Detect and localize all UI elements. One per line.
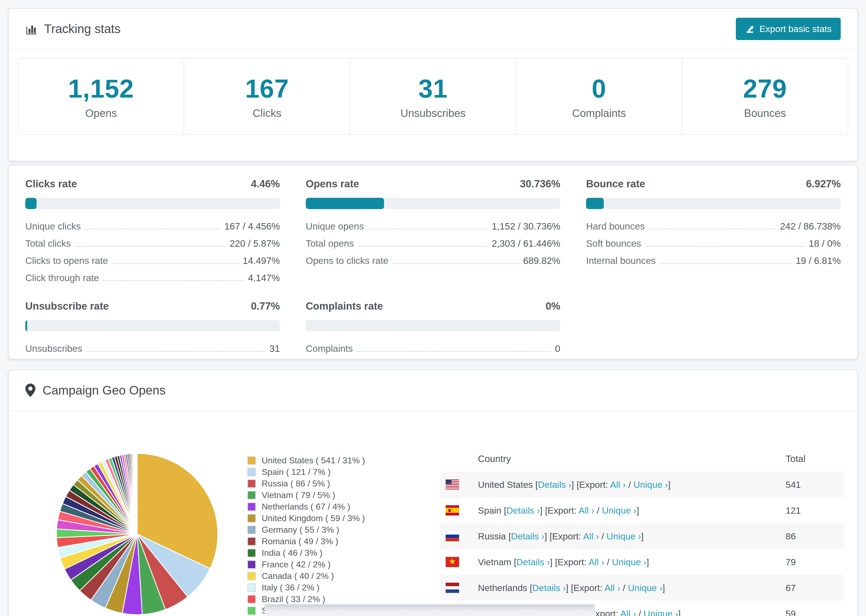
- legend-swatch: [247, 537, 256, 545]
- tracking-stats-card: Tracking stats Export basic stats 1,152 …: [8, 8, 858, 161]
- horizontal-scrollbar[interactable]: [265, 605, 594, 616]
- legend-swatch: [247, 526, 256, 534]
- legend-item: United States ( 541 / 31% ): [247, 456, 365, 465]
- legend-item: Vietnam ( 79 / 5% ): [247, 491, 365, 499]
- export-icon: [745, 24, 755, 34]
- stat-clicks-value: 167: [245, 74, 289, 104]
- total-cell: 67: [786, 583, 844, 593]
- legend-swatch: [247, 514, 256, 522]
- geo-title: Campaign Geo Opens: [43, 383, 166, 398]
- rate-row: Clicks to opens rate14.497%: [25, 255, 280, 266]
- details-link[interactable]: Details ›: [511, 531, 545, 541]
- unsubscribe-rate-progressbar: [25, 320, 280, 332]
- export-unique-link[interactable]: Unique ›: [606, 531, 641, 541]
- legend-item: Germany ( 55 / 3% ): [247, 525, 365, 534]
- united-states-flag-icon: [446, 479, 459, 490]
- clicks-rate-title: Clicks rate: [25, 178, 77, 190]
- legend-swatch: [247, 572, 256, 580]
- bar-chart-icon: [25, 23, 37, 35]
- total-cell: 59: [786, 608, 844, 616]
- opens-rate-value: 30.736%: [520, 178, 560, 190]
- rate-row: Total opens2,303 / 61.446%: [306, 238, 561, 249]
- clicks-rate-value: 4.46%: [251, 178, 280, 190]
- legend-item: France ( 42 / 2% ): [247, 560, 365, 569]
- export-all-link[interactable]: All ›: [620, 608, 636, 616]
- legend-item: Netherlands ( 67 / 4% ): [247, 502, 365, 511]
- details-link[interactable]: Details ›: [506, 505, 540, 515]
- export-unique-link[interactable]: Unique ›: [628, 583, 663, 593]
- total-cell: 541: [786, 479, 844, 490]
- legend-item: United Kingdom ( 59 / 3% ): [247, 514, 365, 522]
- rate-row: Unique opens1,152 / 30.736%: [306, 221, 561, 232]
- export-unique-link[interactable]: Unique ›: [602, 505, 636, 515]
- geo-header: Campaign Geo Opens: [9, 370, 857, 411]
- export-basic-stats-button[interactable]: Export basic stats: [736, 18, 841, 40]
- table-row-russia: Russia [Details ›] [Export: All › / Uniq…: [440, 523, 844, 549]
- geo-title-wrap: Campaign Geo Opens: [25, 383, 166, 398]
- tracking-stats-header: Tracking stats Export basic stats: [9, 9, 857, 49]
- legend-item: Brazil ( 33 / 2% ): [247, 595, 365, 603]
- export-unique-link[interactable]: Unique ›: [633, 479, 668, 490]
- legend-swatch: [247, 560, 256, 569]
- tracking-stats-title: Tracking stats: [25, 22, 121, 36]
- total-column-header: Total: [786, 453, 844, 464]
- details-link[interactable]: Details ›: [532, 583, 566, 593]
- map-pin-icon: [25, 383, 36, 397]
- complaints-rate-title: Complaints rate: [306, 300, 383, 312]
- bounce-rate-progressbar: [586, 198, 841, 209]
- rate-row: Unique clicks167 / 4.456%: [25, 221, 280, 232]
- rate-row: Unsubscribes31: [25, 343, 280, 354]
- rate-row: Complaints0: [306, 343, 561, 354]
- netherlands-flag-icon: [446, 583, 459, 593]
- stat-clicks: 167 Clicks: [184, 58, 350, 134]
- export-all-link[interactable]: All ›: [578, 505, 594, 515]
- bounce-rate-title: Bounce rate: [586, 178, 645, 190]
- legend-item: Canada ( 40 / 2% ): [247, 572, 365, 580]
- spain-flag-icon: [446, 505, 459, 515]
- geo-body: United States ( 541 / 31% ) Spain ( 121 …: [9, 411, 857, 616]
- stat-complaints: 0 Complaints: [516, 58, 682, 134]
- legend-item: Italy ( 36 / 2% ): [247, 583, 365, 592]
- pie-legend: United States ( 541 / 31% ) Spain ( 121 …: [247, 456, 365, 615]
- page-title: Tracking stats: [44, 22, 121, 36]
- legend-item: Russia ( 86 / 5% ): [247, 479, 365, 488]
- rate-row: Internal bounces19 / 6.81%: [586, 255, 841, 266]
- bounce-rate-value: 6.927%: [806, 178, 841, 190]
- rate-row: Click through rate4.147%: [25, 272, 280, 283]
- legend-swatch: [247, 607, 256, 615]
- details-link[interactable]: Details ›: [516, 557, 550, 567]
- stat-unsubscribes: 31 Unsubscribes: [350, 58, 516, 134]
- opens-rate-block: Opens rate 30.736% Unique opens1,152 / 3…: [306, 178, 561, 266]
- summary-stats-row: 1,152 Opens 167 Clicks 31 Unsubscribes 0…: [18, 58, 848, 135]
- legend-item: India ( 46 / 3% ): [247, 548, 365, 557]
- stat-bounces: 279 Bounces: [682, 58, 848, 134]
- geo-opens-pie-chart[interactable]: [54, 451, 220, 616]
- stat-opens: 1,152 Opens: [18, 58, 184, 134]
- rates-card: Clicks rate 4.46% Unique clicks167 / 4.4…: [8, 165, 858, 359]
- export-all-link[interactable]: All ›: [605, 583, 620, 593]
- legend-swatch: [247, 491, 256, 499]
- export-all-link[interactable]: All ›: [583, 531, 599, 541]
- stat-clicks-label: Clicks: [252, 107, 281, 119]
- campaign-geo-opens-card: Campaign Geo Opens United States ( 541 /…: [8, 369, 858, 616]
- total-cell: 121: [786, 505, 844, 516]
- rate-row: Soft bounces18 / 0%: [586, 238, 841, 249]
- export-unique-link[interactable]: Unique ›: [644, 608, 678, 616]
- export-all-link[interactable]: All ›: [610, 479, 626, 490]
- complaints-rate-value: 0%: [545, 300, 560, 312]
- rate-row: Total clicks220 / 5.87%: [25, 238, 280, 249]
- export-all-link[interactable]: All ›: [589, 557, 604, 567]
- vietnam-flag-icon: [446, 557, 459, 567]
- export-unique-link[interactable]: Unique ›: [612, 557, 647, 567]
- opens-rate-title: Opens rate: [306, 178, 359, 190]
- total-cell: 79: [786, 557, 844, 567]
- table-row-netherlands: Netherlands [Details ›] [Export: All › /…: [440, 575, 844, 601]
- rates-grid: Clicks rate 4.46% Unique clicks167 / 4.4…: [9, 165, 857, 365]
- legend-swatch: [247, 468, 256, 476]
- stat-opens-value: 1,152: [68, 74, 134, 104]
- details-link[interactable]: Details ›: [538, 479, 572, 490]
- table-row-united-states: United States [Details ›] [Export: All ›…: [440, 472, 844, 498]
- stat-bounces-value: 279: [743, 74, 787, 104]
- legend-swatch: [247, 595, 256, 603]
- legend-item: Spain ( 121 / 7% ): [247, 468, 365, 476]
